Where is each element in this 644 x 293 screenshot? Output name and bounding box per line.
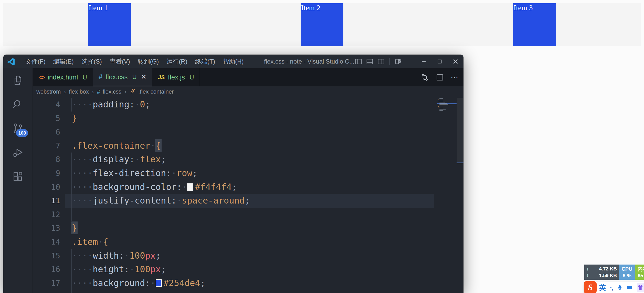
toggle-panel-icon[interactable] bbox=[366, 58, 374, 65]
minimap-line bbox=[439, 104, 448, 105]
activity-bar: 100 bbox=[3, 68, 33, 293]
menu-item[interactable]: 转到(G) bbox=[135, 56, 162, 67]
ime-punctuation-toggle[interactable]: ·, bbox=[610, 284, 613, 292]
line-number: 10 bbox=[33, 180, 60, 194]
minimap-line bbox=[438, 101, 443, 101]
minimap-line bbox=[439, 109, 446, 110]
more-actions-icon[interactable]: ⋯ bbox=[451, 73, 459, 82]
code-line-18: 18····margin:·10px; bbox=[33, 290, 437, 293]
toggle-sidebar-icon[interactable] bbox=[355, 58, 362, 65]
token: · bbox=[129, 291, 134, 293]
ime-language-toggle[interactable]: 英 bbox=[599, 283, 606, 292]
token: ···· bbox=[72, 250, 93, 261]
code-line-17: 17····background:·#254de4; bbox=[33, 276, 437, 290]
tab-index.html[interactable]: <>index.htmlU bbox=[33, 68, 93, 86]
code-line-7: 7.flex-container·{ bbox=[33, 139, 437, 153]
cpu-widget[interactable]: CPU 6 % bbox=[619, 265, 635, 280]
code-line-15: 15····width:·100px; bbox=[33, 249, 437, 263]
skin-icon[interactable] bbox=[637, 283, 644, 292]
token: ; bbox=[200, 278, 205, 288]
minimap[interactable] bbox=[437, 97, 457, 293]
activity-search-icon[interactable] bbox=[3, 92, 33, 116]
color-swatch[interactable] bbox=[187, 183, 193, 191]
token: { bbox=[155, 139, 162, 152]
token: ···· bbox=[72, 182, 93, 192]
menu-item[interactable]: 查看(V) bbox=[107, 56, 133, 67]
minimap-line bbox=[439, 109, 443, 109]
menu-item[interactable]: 编辑(E) bbox=[50, 56, 77, 67]
upload-arrow-icon: ↑ bbox=[586, 266, 589, 272]
network-speed-widget[interactable]: ↑4.72 KB ↓1.59 KB bbox=[584, 265, 619, 280]
token: margin bbox=[93, 291, 124, 293]
token: px bbox=[145, 291, 156, 293]
token: · bbox=[98, 237, 103, 247]
token: #f4f4f4 bbox=[195, 182, 231, 192]
token: ; bbox=[156, 250, 161, 261]
code-line-6: 6 bbox=[33, 125, 437, 139]
breadcrumb-item[interactable]: .flex-container bbox=[138, 88, 174, 95]
color-swatch[interactable] bbox=[156, 279, 162, 287]
minimize-icon[interactable] bbox=[416, 55, 432, 68]
tab-flex.js[interactable]: JSflex.jsU bbox=[152, 68, 200, 86]
menu-item[interactable]: 帮助(H) bbox=[220, 56, 247, 67]
activity-run-debug-icon[interactable] bbox=[3, 140, 33, 165]
token: ; bbox=[245, 195, 250, 206]
code-line-9: 9····flex-direction:·row; bbox=[33, 166, 437, 180]
css-file-icon: # bbox=[99, 73, 102, 81]
token: 100 bbox=[135, 264, 150, 274]
token: 0 bbox=[140, 99, 145, 109]
line-number: 14 bbox=[33, 235, 60, 249]
breadcrumb-separator: › bbox=[124, 88, 126, 95]
activity-explorer-icon[interactable] bbox=[3, 68, 33, 92]
memory-label: 内存 bbox=[638, 266, 644, 272]
mic-icon[interactable] bbox=[617, 284, 622, 291]
customize-layout-icon[interactable] bbox=[394, 58, 402, 65]
menu-item[interactable]: 文件(F) bbox=[22, 56, 49, 67]
breadcrumb-item[interactable]: flex.css bbox=[103, 88, 121, 95]
line-number: 11 bbox=[33, 194, 60, 208]
token: ···· bbox=[72, 195, 93, 206]
menu-item[interactable]: 选择(S) bbox=[78, 56, 105, 67]
menu-item[interactable]: 终端(T) bbox=[192, 56, 218, 67]
minimap-line bbox=[439, 110, 443, 111]
css-file-icon: # bbox=[97, 88, 100, 95]
code-text: ····background-color:·#f4f4f4; bbox=[72, 180, 237, 194]
memory-widget[interactable]: 内存 65 % bbox=[635, 265, 644, 280]
editor-scrollbar[interactable] bbox=[457, 97, 463, 293]
scrollbar-slider[interactable] bbox=[457, 98, 463, 163]
token: 100 bbox=[129, 250, 145, 261]
breadcrumb-item[interactable]: flex-box bbox=[69, 88, 89, 95]
flex-item-1: Item 1 bbox=[88, 3, 131, 46]
toggle-secondary-sidebar-icon[interactable] bbox=[377, 58, 385, 65]
code-editor[interactable]: 4····padding:·0;5}67.flex-container·{8··… bbox=[33, 97, 437, 293]
token: justify-content bbox=[93, 195, 171, 206]
ime-toolbar: S 英 ·, bbox=[584, 282, 644, 293]
menu-item[interactable]: 运行(R) bbox=[163, 56, 190, 67]
activity-source-control-icon[interactable]: 100 bbox=[3, 116, 33, 140]
sogou-logo-icon[interactable]: S bbox=[584, 281, 597, 293]
token: ; bbox=[156, 291, 161, 293]
tab-flex.css[interactable]: #flex.cssU✕ bbox=[93, 68, 152, 86]
token: ···· bbox=[72, 168, 93, 178]
code-line-11: 11····justify-content:·space-around; bbox=[33, 194, 437, 208]
token: width bbox=[93, 250, 119, 261]
close-icon[interactable] bbox=[448, 55, 463, 68]
sync-changes-icon[interactable] bbox=[420, 73, 429, 82]
split-editor-icon[interactable] bbox=[436, 73, 444, 82]
activity-extensions-icon[interactable] bbox=[3, 165, 33, 189]
line-number: 16 bbox=[33, 262, 60, 276]
token: ; bbox=[232, 182, 237, 192]
html-file-icon: <> bbox=[38, 74, 45, 81]
close-tab-icon[interactable]: ✕ bbox=[141, 73, 146, 81]
keyboard-icon[interactable] bbox=[627, 284, 633, 292]
token: { bbox=[103, 237, 108, 247]
editor-actions: ⋯ bbox=[420, 68, 459, 86]
title-bar: 文件(F)编辑(E)选择(S)查看(V)转到(G)运行(R)终端(T)帮助(H)… bbox=[3, 55, 463, 68]
code-line-5: 5} bbox=[33, 112, 437, 125]
breadcrumb-item[interactable]: webstrom bbox=[36, 88, 61, 95]
cpu-label: CPU bbox=[621, 266, 632, 272]
tab-bar: <>index.htmlU#flex.cssU✕JSflex.jsU bbox=[33, 68, 463, 86]
token: .item bbox=[72, 237, 98, 247]
maximize-icon[interactable] bbox=[432, 55, 448, 68]
line-number: 17 bbox=[33, 276, 60, 290]
